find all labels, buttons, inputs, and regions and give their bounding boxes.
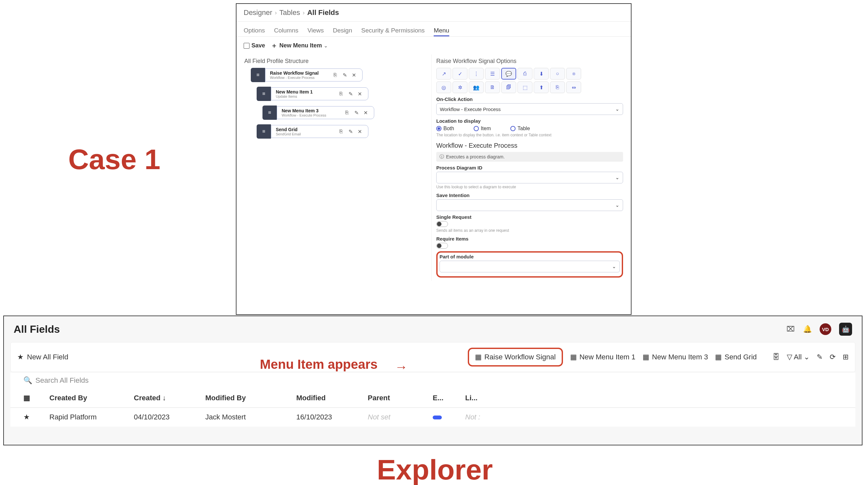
explorer-window: All Fields ⌧ 🔔 VD 🤖 ★ New All Field ▦ Ra… bbox=[3, 316, 863, 445]
star-icon[interactable]: ★ bbox=[23, 413, 36, 421]
icon-option[interactable]: ⬇ bbox=[534, 68, 549, 79]
cell-modified-by: Jack Mostert bbox=[205, 413, 283, 421]
menu-item-new1[interactable]: ≡ New Menu Item 1 Update Items ⎘ ✎ ✕ bbox=[257, 87, 427, 101]
col-parent[interactable]: Parent bbox=[368, 394, 420, 402]
layout-icon[interactable]: ⊞ bbox=[843, 353, 848, 361]
icon-option[interactable]: ◎ bbox=[436, 82, 451, 93]
location-radio-group: Both Item Table bbox=[436, 126, 623, 131]
chevron-down-icon: ⌄ bbox=[612, 264, 616, 269]
tab-options[interactable]: Options bbox=[244, 25, 265, 36]
close-icon[interactable]: ✕ bbox=[364, 110, 369, 116]
radio-both[interactable]: Both bbox=[436, 126, 454, 131]
filter-button[interactable]: ▽ All ⌄ bbox=[787, 353, 809, 361]
icon-option[interactable]: ☰ bbox=[485, 68, 500, 79]
onclick-action-select[interactable]: Workflow - Execute Process ⌄ bbox=[436, 103, 623, 115]
grid-icon: ▦ bbox=[475, 353, 482, 361]
excel-export-icon[interactable]: 🗄 bbox=[773, 353, 780, 361]
menu-item-sendgrid[interactable]: ≡ Send Grid SendGrid Email ⎘ ✎ ✕ bbox=[257, 124, 427, 139]
tab-security[interactable]: Security & Permissions bbox=[361, 25, 425, 36]
column-selector-icon[interactable]: ▦ bbox=[23, 394, 36, 402]
grid-icon: ▦ bbox=[715, 353, 722, 361]
icon-option[interactable]: ↗ bbox=[436, 68, 451, 79]
close-icon[interactable]: ✕ bbox=[352, 72, 358, 78]
icon-option[interactable]: ⬚ bbox=[518, 82, 532, 93]
edit-icon[interactable]: ✎ bbox=[354, 110, 360, 116]
new-menu-item-button[interactable]: ＋ New Menu Item ⌄ bbox=[271, 41, 328, 50]
avatar[interactable]: VD bbox=[819, 323, 831, 335]
menu-item-new3[interactable]: ≡ New Menu Item 3 Workflow - Execute Pro… bbox=[262, 105, 427, 120]
icon-option[interactable]: ⎘ bbox=[550, 82, 565, 93]
single-request-hint: Sends all items as an array in one reque… bbox=[436, 228, 623, 233]
breadcrumb: Designer › Tables › All Fields bbox=[237, 4, 631, 22]
edit-icon[interactable]: ✎ bbox=[817, 353, 823, 361]
copy-icon[interactable]: ⎘ bbox=[339, 91, 345, 97]
breadcrumb-designer[interactable]: Designer bbox=[244, 8, 272, 17]
edit-icon[interactable]: ✎ bbox=[348, 91, 354, 97]
close-icon[interactable]: ✕ bbox=[358, 129, 364, 134]
menu-new-item-1[interactable]: ▦ New Menu Item 1 bbox=[570, 353, 636, 361]
new-all-field-button[interactable]: ★ New All Field bbox=[17, 353, 68, 361]
icon-option[interactable]: ⋮ bbox=[469, 68, 484, 79]
copy-icon[interactable]: ⎘ bbox=[345, 110, 351, 116]
col-e[interactable]: E... bbox=[433, 394, 452, 402]
icon-option[interactable]: 🗎 bbox=[485, 82, 500, 93]
refresh-icon[interactable]: ⟳ bbox=[830, 353, 836, 361]
chevron-down-icon: ⌄ bbox=[615, 175, 619, 181]
icon-option[interactable]: ⇔ bbox=[566, 82, 581, 93]
col-modified[interactable]: Modified bbox=[296, 394, 355, 402]
single-request-toggle[interactable] bbox=[436, 221, 448, 227]
menu-new-item-3[interactable]: ▦ New Menu Item 3 bbox=[643, 353, 708, 361]
table-row[interactable]: ★ Rapid Platform 04/10/2023 Jack Mostert… bbox=[10, 408, 855, 427]
radio-table[interactable]: Table bbox=[510, 126, 530, 131]
data-table: ▦ Created By Created ↓ Modified By Modif… bbox=[10, 389, 855, 427]
close-icon[interactable]: ✕ bbox=[358, 91, 364, 97]
icon-option[interactable]: ✲ bbox=[453, 82, 467, 93]
icon-option[interactable]: 👥 bbox=[469, 82, 484, 93]
process-id-select[interactable]: ⌄ bbox=[436, 172, 623, 184]
part-of-module-select[interactable]: ⌄ bbox=[439, 261, 620, 272]
icon-option[interactable]: ○ bbox=[550, 68, 565, 79]
drag-handle-icon[interactable]: ≡ bbox=[251, 68, 265, 82]
menu-raise-workflow-signal[interactable]: ▦ Raise Workflow Signal bbox=[468, 348, 563, 366]
info-icon: ⓘ bbox=[439, 154, 444, 160]
tab-columns[interactable]: Columns bbox=[274, 25, 298, 36]
icon-option[interactable]: ✓ bbox=[453, 68, 467, 79]
save-intention-select[interactable]: ⌄ bbox=[436, 199, 623, 211]
breadcrumb-tables[interactable]: Tables bbox=[279, 8, 300, 17]
col-created-by[interactable]: Created By bbox=[50, 394, 121, 402]
edit-icon[interactable]: ✎ bbox=[348, 129, 354, 134]
menu-item-raise-workflow[interactable]: ≡ Raise Workflow Signal Workflow - Execu… bbox=[251, 68, 427, 82]
copy-icon[interactable]: ⎘ bbox=[339, 129, 345, 134]
panel-toggle-icon[interactable]: ⌧ bbox=[786, 325, 795, 334]
icon-option[interactable]: ⎙ bbox=[518, 68, 532, 79]
icon-option-selected[interactable]: 💬 bbox=[501, 68, 516, 79]
save-button[interactable]: Save bbox=[244, 42, 265, 49]
menu-send-grid[interactable]: ▦ Send Grid bbox=[715, 353, 756, 361]
tab-menu[interactable]: Menu bbox=[434, 25, 449, 36]
save-intention-label: Save Intention bbox=[436, 193, 623, 198]
menu-label: Send Grid bbox=[724, 353, 756, 361]
edit-icon[interactable]: ✎ bbox=[343, 72, 348, 78]
icon-option[interactable]: ⨳ bbox=[566, 68, 581, 79]
profile-structure-panel: All Field Profile Structure ≡ Raise Work… bbox=[240, 55, 431, 281]
col-li[interactable]: Li... bbox=[465, 394, 485, 402]
plus-icon: ＋ bbox=[271, 41, 277, 50]
icon-option[interactable]: 🗐 bbox=[501, 82, 516, 93]
drag-handle-icon[interactable]: ≡ bbox=[262, 105, 277, 120]
designer-window: Designer › Tables › All Fields Options C… bbox=[236, 3, 631, 315]
drag-handle-icon[interactable]: ≡ bbox=[257, 124, 271, 139]
require-items-toggle[interactable] bbox=[436, 243, 448, 249]
chatbot-button[interactable]: 🤖 bbox=[839, 323, 852, 336]
tab-views[interactable]: Views bbox=[307, 25, 323, 36]
icon-option[interactable]: ⬆ bbox=[534, 82, 549, 93]
col-modified-by[interactable]: Modified By bbox=[205, 394, 283, 402]
radio-item[interactable]: Item bbox=[474, 126, 491, 131]
bell-icon[interactable]: 🔔 bbox=[803, 325, 812, 334]
copy-icon[interactable]: ⎘ bbox=[334, 72, 339, 78]
tab-design[interactable]: Design bbox=[333, 25, 352, 36]
search-bar[interactable]: 🔍 Search All Fields bbox=[10, 372, 855, 389]
arrow-annotation: → bbox=[395, 360, 408, 374]
drag-handle-icon[interactable]: ≡ bbox=[257, 87, 271, 101]
radio-icon bbox=[436, 126, 441, 131]
col-created[interactable]: Created ↓ bbox=[134, 394, 192, 402]
